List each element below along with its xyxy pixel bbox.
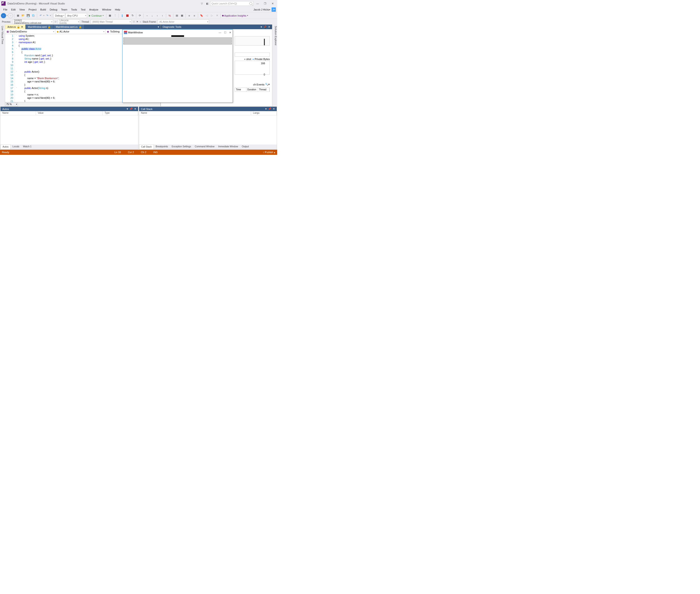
step-icon[interactable]: ↑ <box>160 13 165 18</box>
tab-actor-cs[interactable]: Actor.cs 🔒 ✕ <box>5 25 26 29</box>
tab-mainwindow-xaml-cs[interactable]: MainWindow.xaml.cs 🔒 <box>54 25 84 29</box>
save-icon[interactable]: 💾 <box>26 13 31 18</box>
menu-project[interactable]: Project <box>27 8 38 11</box>
datagrid-row[interactable] <box>124 43 232 44</box>
datagrid-row[interactable] <box>124 41 232 42</box>
minimize-button[interactable]: — <box>254 1 261 6</box>
process-label: Process: <box>2 21 11 23</box>
next-icon[interactable]: ▷ <box>210 13 214 18</box>
menu-window[interactable]: Window <box>100 8 113 11</box>
continue-button[interactable]: Continue▾ <box>88 14 105 17</box>
prev-icon[interactable]: ◁ <box>204 13 209 18</box>
redo-icon[interactable]: ↷ <box>45 13 49 18</box>
save-all-icon[interactable]: ⿻ <box>31 13 36 18</box>
status-ins: INS <box>153 151 158 154</box>
nav-type[interactable]: ◆A1.Actor <box>55 29 105 34</box>
close-icon[interactable]: ✕ <box>273 107 275 110</box>
close-icon[interactable]: ✕ <box>134 107 136 110</box>
menu-debug[interactable]: Debug <box>48 8 59 11</box>
step-out-icon[interactable]: ↑ <box>155 13 160 18</box>
clear-icon[interactable]: ✕ <box>215 13 219 18</box>
tool-icon-3[interactable]: ▤ <box>175 13 179 18</box>
bottom-tab-autos[interactable]: Autos <box>0 144 11 149</box>
left-sidebar[interactable]: Live Visual Tree <box>0 25 5 106</box>
restore-button[interactable]: ❐ <box>262 1 268 6</box>
nav-project[interactable]: ▦DataGridDemo <box>5 29 55 34</box>
menu-help[interactable]: Help <box>113 8 122 11</box>
bottom-tab-immediate-window[interactable]: Immediate Window <box>216 144 240 149</box>
right-tab-solution-explorer[interactable]: Solution Explorer <box>274 26 277 106</box>
diag-input[interactable] <box>235 53 270 57</box>
diag-search[interactable]: ch Events 🔍▾ <box>253 83 270 86</box>
outdent-icon[interactable]: ≡ <box>192 13 197 18</box>
bottom-tab-call-stack[interactable]: Call Stack <box>139 144 154 149</box>
menu-build[interactable]: Build <box>38 8 48 11</box>
step-over-icon[interactable]: ↓ <box>150 13 154 18</box>
menu-view[interactable]: View <box>18 8 27 11</box>
process-dropdown[interactable]: [10392] DataGridDemo.vshost.exe <box>12 20 53 24</box>
config-dropdown[interactable]: Debug <box>54 13 65 18</box>
bottom-tab-locals[interactable]: Locals <box>11 144 21 149</box>
bottom-tab-watch-1[interactable]: Watch 1 <box>21 144 33 149</box>
perf-icon[interactable]: % <box>167 13 172 18</box>
menu-test[interactable]: Test <box>79 8 87 11</box>
maximize-icon[interactable]: ☐ <box>224 31 226 34</box>
diagnostic-chart <box>235 36 270 45</box>
stackframe-dropdown[interactable]: A1.Actor.Actor <box>158 20 209 24</box>
menu-edit[interactable]: Edit <box>9 8 18 11</box>
close-icon[interactable]: ✕ <box>229 31 231 34</box>
bottom-tab-output[interactable]: Output <box>240 144 251 149</box>
tool-icon-1[interactable]: ▦ <box>108 13 112 18</box>
dropdown-icon[interactable]: ▾ <box>260 26 262 29</box>
horizontal-scrollbar[interactable] <box>18 103 161 106</box>
zoom-dropdown[interactable]: 75 % <box>5 102 18 106</box>
menu-bar: FileEditViewProjectBuildDebugTeamToolsTe… <box>0 7 277 12</box>
datagrid-row[interactable] <box>124 39 232 41</box>
search-icon <box>249 2 252 5</box>
bookmark-icon[interactable]: 🔖 <box>199 13 204 18</box>
datagrid-header[interactable] <box>171 35 184 37</box>
user-name[interactable]: Jacob J Hicks <box>253 8 269 11</box>
quick-launch-input[interactable]: Quick Launch (Ctrl+Q) <box>210 1 253 6</box>
pause-icon[interactable]: ‖ <box>120 13 125 18</box>
running-app-window[interactable]: MainWindow — ☐ ✕ <box>122 29 233 103</box>
status-ln: Ln 33 <box>114 151 121 154</box>
menu-tools[interactable]: Tools <box>69 8 79 11</box>
bottom-tab-exception-settings[interactable]: Exception Settings <box>170 144 193 149</box>
quick-launch-placeholder: Quick Launch (Ctrl+Q) <box>211 2 237 5</box>
app-insights-button[interactable]: Application Insights▾ <box>224 14 248 17</box>
tab-mainwindow-xaml[interactable]: MainWindow.xaml 🔒 <box>26 25 54 29</box>
datagrid-row[interactable] <box>124 38 232 39</box>
stop-icon[interactable] <box>125 13 130 18</box>
tool-icon-2[interactable]: ⋮ <box>113 13 117 18</box>
bottom-tab-breakpoints[interactable]: Breakpoints <box>154 144 170 149</box>
tab-overflow[interactable]: ▾ <box>156 25 161 29</box>
lifecycle-dropdown[interactable]: Lifecycle Events <box>58 20 80 24</box>
new-project-icon[interactable]: ▦ <box>15 13 20 18</box>
pin-icon[interactable]: 📌 <box>130 107 133 110</box>
step-into-icon[interactable]: → <box>145 13 149 18</box>
publish-button[interactable]: ↑ Publish ▴ <box>263 151 275 154</box>
undo-icon[interactable]: ↶ <box>38 13 43 18</box>
nav-forward-button[interactable]: → <box>8 13 13 18</box>
tool-icon-4[interactable]: ▦ <box>180 13 184 18</box>
indent-icon[interactable]: ≡ <box>187 13 191 18</box>
pin-icon[interactable]: 📌 <box>268 107 271 110</box>
menu-team[interactable]: Team <box>59 8 69 11</box>
status-bar: Ready Ln 33 Col 2 Ch 2 INS ↑ Publish ▴ <box>0 150 277 155</box>
menu-analyze[interactable]: Analyze <box>87 8 100 11</box>
close-button[interactable]: ✕ <box>269 1 276 6</box>
thread-dropdown[interactable]: [8000] Main Thread <box>91 20 132 24</box>
restart-icon[interactable]: ↻ <box>130 13 135 18</box>
user-badge[interactable]: JH <box>272 7 276 12</box>
platform-dropdown[interactable]: Any CPU <box>66 13 87 18</box>
filter-icon[interactable]: ▽ <box>200 2 204 5</box>
nav-back-button[interactable]: ← <box>1 13 6 18</box>
bottom-tab-command-window[interactable]: Command Window <box>193 144 216 149</box>
minimize-icon[interactable]: — <box>219 31 221 34</box>
notifications-icon[interactable]: ◧ <box>206 2 209 5</box>
menu-file[interactable]: File <box>1 8 9 11</box>
popup-title: MainWindow <box>128 31 143 34</box>
refresh-icon[interactable]: ⟳ <box>137 13 142 18</box>
open-icon[interactable]: 📂 <box>21 13 26 18</box>
